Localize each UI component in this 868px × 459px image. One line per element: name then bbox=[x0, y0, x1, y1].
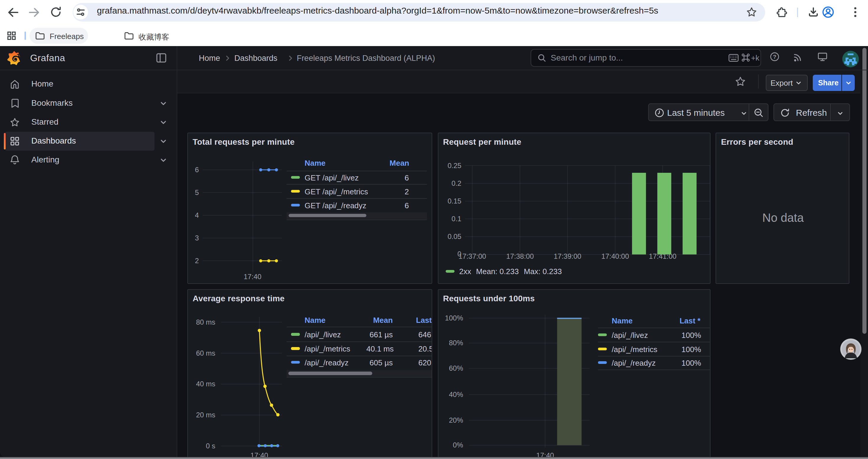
svg-text:20%: 20% bbox=[449, 416, 463, 424]
svg-text:0.25: 0.25 bbox=[447, 162, 461, 169]
svg-text:0.2: 0.2 bbox=[452, 179, 461, 187]
svg-text:17:39:00: 17:39:00 bbox=[554, 252, 581, 260]
svg-text:2xx: 2xx bbox=[459, 267, 471, 276]
svg-text:5: 5 bbox=[195, 189, 199, 196]
svg-text:17:40:00: 17:40:00 bbox=[601, 252, 629, 260]
svg-text:4: 4 bbox=[195, 211, 199, 219]
svg-text:?: ? bbox=[773, 54, 776, 60]
svg-text:17:37:00: 17:37:00 bbox=[458, 252, 486, 260]
svg-text:Mean: 0.233: Mean: 0.233 bbox=[476, 267, 519, 276]
svg-text:0%: 0% bbox=[453, 441, 463, 449]
svg-text:0 s: 0 s bbox=[206, 442, 215, 450]
svg-text:2: 2 bbox=[195, 257, 199, 265]
svg-text:60 ms: 60 ms bbox=[196, 349, 215, 357]
svg-text:40 ms: 40 ms bbox=[196, 380, 215, 388]
svg-text:0.1: 0.1 bbox=[452, 215, 461, 223]
svg-text:20 ms: 20 ms bbox=[196, 411, 215, 419]
svg-text:3: 3 bbox=[195, 234, 199, 242]
svg-text:80 ms: 80 ms bbox=[196, 318, 215, 326]
svg-text:6: 6 bbox=[195, 166, 199, 174]
svg-text:60%: 60% bbox=[449, 364, 463, 372]
svg-text:40%: 40% bbox=[449, 391, 463, 398]
svg-text:17:40: 17:40 bbox=[244, 273, 261, 281]
svg-text:Max: 0.233: Max: 0.233 bbox=[524, 267, 562, 276]
svg-text:100%: 100% bbox=[445, 314, 463, 322]
svg-text:80%: 80% bbox=[449, 339, 463, 347]
svg-text:17:38:00: 17:38:00 bbox=[506, 252, 533, 260]
svg-text:0.05: 0.05 bbox=[447, 232, 461, 240]
svg-text:0.15: 0.15 bbox=[447, 197, 461, 205]
